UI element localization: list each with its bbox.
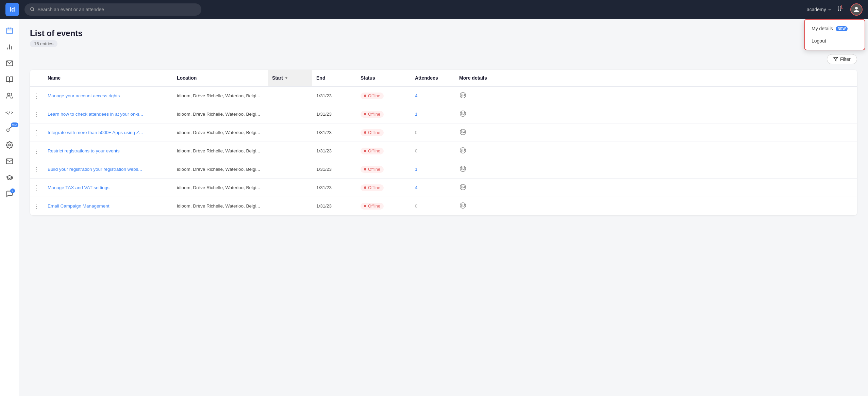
svg-point-33 [462,167,462,168]
more-details-cell[interactable] [455,123,857,142]
logout-item[interactable]: Logout [805,35,865,47]
svg-point-25 [462,131,462,131]
event-name-cell[interactable]: Restrict registrations to your events [44,144,173,158]
attendees-cell: 1 [411,107,455,121]
sidebar-item-calendar[interactable] [2,23,17,38]
avatar-button[interactable] [850,3,863,16]
status-badge: Offline [361,203,384,210]
th-actions [30,70,44,86]
table-row: ⋮ Integrate with more than 5000+ Apps us… [30,123,857,142]
attendees-cell: 0 [411,144,455,158]
academy-selector[interactable]: academy [807,7,832,12]
question-dot-badge: ? [10,188,15,193]
th-start[interactable]: Start ▼ [268,70,312,86]
th-more-details: More details [455,70,857,86]
events-table: Name Location Start ▼ End Status Attende… [30,70,857,215]
end-cell: 1/31/23 [312,144,356,158]
status-dot [364,186,366,189]
search-placeholder: Search an event or an attendee [37,7,104,12]
row-menu-trigger[interactable]: ⋮ [30,143,44,160]
status-dot [364,150,366,152]
logout-label: Logout [812,38,826,44]
more-details-cell[interactable] [455,160,857,178]
event-name-cell[interactable]: Manage your account access rights [44,88,173,103]
sidebar-item-analytics[interactable] [2,39,17,54]
row-menu-trigger[interactable]: ⋮ [30,198,44,215]
row-menu-trigger[interactable]: ⋮ [30,124,44,141]
row-menu-trigger[interactable]: ⋮ [30,161,44,178]
end-cell: 1/31/23 [312,162,356,177]
location-cell: idloom, Drève Richelle, Waterloo, Belgi.… [173,199,268,213]
event-name-cell[interactable]: Integrate with more than 5000+ Apps usin… [44,125,173,140]
status-dot [364,168,366,170]
filter-button[interactable]: Filter [827,54,857,64]
sidebar-item-academy[interactable] [2,170,17,185]
svg-rect-2 [6,28,12,34]
page-title: List of events [30,29,857,38]
sidebar-item-book[interactable] [2,72,17,87]
details-icon [459,92,467,99]
sidebar-item-chat[interactable]: ? [2,186,17,201]
status-cell: Offline [356,143,411,159]
attendees-count: 0 [415,203,418,209]
status-dot [364,113,366,115]
more-details-cell[interactable] [455,87,857,105]
sidebar-item-developer[interactable]: </> [2,105,17,120]
details-icon [459,165,467,172]
event-name-cell[interactable]: Manage TAX and VAT settings [44,180,173,195]
status-dot [364,95,366,97]
notification-badge: 1 [840,4,843,10]
location-cell: idloom, Drève Richelle, Waterloo, Belgi.… [173,180,268,195]
my-details-item[interactable]: My details NEW [805,22,865,35]
search-bar[interactable]: Search an event or an attendee [24,3,201,16]
logo[interactable]: id [5,3,19,16]
sidebar-item-campaigns[interactable] [2,154,17,169]
svg-point-10 [7,93,10,96]
table-row: ⋮ Build your registration your registrat… [30,160,857,179]
status-cell: Offline [356,180,411,196]
sidebar: </> NEW ? [0,19,19,396]
end-cell: 1/31/23 [312,125,356,140]
row-menu-trigger[interactable]: ⋮ [30,106,44,123]
svg-point-37 [462,186,462,186]
event-name-cell[interactable]: Learn how to check attendees in at your … [44,107,173,121]
attendees-cell: 4 [411,88,455,103]
status-cell: Offline [356,88,411,104]
new-dot-badge: NEW [11,122,18,127]
sidebar-item-users[interactable] [2,88,17,103]
details-icon [459,147,467,154]
start-cell [268,146,312,156]
user-dropdown-menu: My details NEW Logout [804,19,865,50]
event-name-cell[interactable]: Build your registration your registratio… [44,162,173,177]
table-row: ⋮ Manage your account access rights idlo… [30,87,857,105]
status-badge: Offline [361,129,384,136]
my-details-label: My details [812,26,833,31]
sidebar-item-settings[interactable] [2,137,17,152]
svg-point-17 [462,94,462,94]
table-row: ⋮ Learn how to check attendees in at you… [30,105,857,123]
location-cell: idloom, Drève Richelle, Waterloo, Belgi.… [173,88,268,103]
status-cell: Offline [356,106,411,122]
more-details-cell[interactable] [455,197,857,215]
event-name-cell[interactable]: Email Campaign Management [44,199,173,213]
end-cell: 1/31/23 [312,107,356,121]
more-details-cell[interactable] [455,105,857,123]
row-menu-trigger[interactable]: ⋮ [30,179,44,196]
start-cell [268,128,312,137]
location-cell: idloom, Drève Richelle, Waterloo, Belgi.… [173,107,268,121]
end-cell: 1/31/23 [312,199,356,213]
location-cell: idloom, Drève Richelle, Waterloo, Belgi.… [173,125,268,140]
attendees-cell: 1 [411,162,455,177]
more-details-cell[interactable] [455,179,857,197]
sidebar-item-email[interactable] [2,56,17,71]
new-badge: NEW [836,26,848,31]
more-details-cell[interactable] [455,142,857,160]
search-icon [30,7,35,13]
attendees-cell: 0 [411,199,455,213]
start-cell [268,183,312,193]
details-icon [459,202,467,209]
th-attendees: Attendees [411,70,455,86]
sidebar-item-key[interactable]: NEW [2,121,17,136]
start-cell [268,201,312,211]
row-menu-trigger[interactable]: ⋮ [30,87,44,104]
